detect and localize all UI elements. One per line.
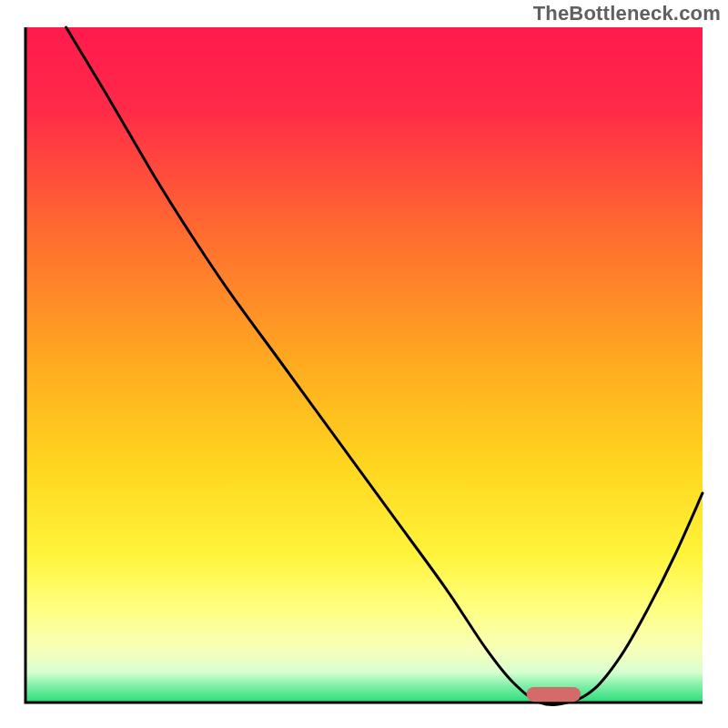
chart-container: TheBottleneck.com <box>0 0 728 728</box>
bottleneck-chart <box>0 0 728 728</box>
watermark-text: TheBottleneck.com <box>533 2 721 25</box>
optimal-marker <box>527 687 581 702</box>
